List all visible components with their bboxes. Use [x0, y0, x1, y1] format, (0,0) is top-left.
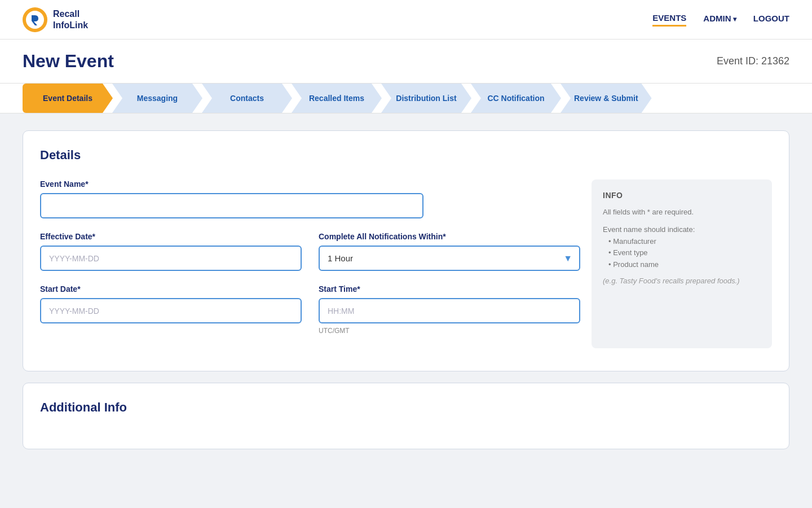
logo-text: Recall InfoLink	[53, 8, 88, 30]
info-indicate-list: Manufacturer Event type Product name	[603, 236, 761, 271]
notifications-group: Complete All Notifications Within* 1 Hou…	[319, 232, 580, 271]
page-title: New Event	[23, 51, 114, 72]
step-contacts[interactable]: Contacts	[202, 84, 292, 113]
header: Recall InfoLink EVENTS ADMIN LOGOUT	[0, 0, 812, 40]
effective-date-group: Effective Date*	[40, 232, 302, 271]
event-id: Event ID: 21362	[717, 55, 789, 67]
start-date-input[interactable]	[40, 298, 302, 323]
step-review-submit[interactable]: Review & Submit	[561, 84, 652, 113]
step-event-details[interactable]: Event Details	[23, 84, 113, 113]
start-time-label: Start Time*	[319, 284, 580, 294]
event-name-label: Event Name*	[40, 179, 580, 189]
form-main: Event Name* Effective Date* Complete All…	[40, 179, 580, 348]
page-header: New Event Event ID: 21362	[0, 40, 812, 84]
step-messaging[interactable]: Messaging	[112, 84, 202, 113]
start-row: Start Date* Start Time* UTC/GMT	[40, 284, 580, 348]
info-title: INFO	[603, 191, 761, 200]
logo[interactable]: Recall InfoLink	[23, 7, 88, 32]
form-content: Event Name* Effective Date* Complete All…	[40, 179, 772, 348]
notifications-select[interactable]: 1 Hour 2 Hours 4 Hours 8 Hours 24 Hours	[319, 246, 580, 271]
main-nav: EVENTS ADMIN LOGOUT	[652, 13, 789, 27]
info-indicate: Event name should indicate: Manufacturer…	[603, 224, 761, 271]
start-date-label: Start Date*	[40, 284, 302, 294]
details-card: Details Event Name* Effective Date*	[23, 130, 789, 371]
nav-logout[interactable]: LOGOUT	[753, 14, 789, 25]
start-date-col: Start Date*	[40, 284, 302, 337]
step-cc-notification[interactable]: CC Notification	[471, 84, 561, 113]
step-recalled-items[interactable]: Recalled Items	[292, 84, 382, 113]
effective-date-label: Effective Date*	[40, 232, 302, 241]
step-distribution-list[interactable]: Distribution List	[381, 84, 471, 113]
info-indicate-event-type: Event type	[608, 247, 761, 259]
details-title: Details	[40, 148, 772, 163]
info-required-text: All fields with * are required.	[603, 207, 761, 218]
svg-point-2	[33, 16, 37, 21]
additional-info-card: Additional Info	[23, 383, 789, 449]
date-notifications-row: Effective Date* Complete All Notificatio…	[40, 232, 580, 284]
start-time-group: Start Time* UTC/GMT	[319, 284, 580, 335]
event-name-input[interactable]	[40, 193, 423, 218]
utc-label: UTC/GMT	[319, 327, 580, 335]
main-content: Details Event Name* Effective Date*	[0, 113, 812, 466]
start-time-input[interactable]	[319, 298, 580, 323]
info-box: INFO All fields with * are required. Eve…	[592, 179, 772, 348]
effective-date-input[interactable]	[40, 246, 302, 271]
effective-date-col: Effective Date*	[40, 232, 302, 284]
notifications-label: Complete All Notifications Within*	[319, 232, 580, 241]
info-indicate-manufacturer: Manufacturer	[608, 236, 761, 248]
nav-admin[interactable]: ADMIN	[703, 14, 736, 25]
start-time-col: Start Time* UTC/GMT	[319, 284, 580, 348]
logo-icon	[23, 7, 47, 32]
nav-events[interactable]: EVENTS	[652, 13, 686, 27]
info-example: (e.g. Tasty Food's recalls prepared food…	[603, 277, 761, 285]
additional-info-title: Additional Info	[40, 400, 772, 415]
event-name-group: Event Name*	[40, 179, 580, 218]
steps-container: Event Details Messaging Contacts Recalle…	[0, 84, 812, 113]
info-indicate-product-name: Product name	[608, 259, 761, 271]
notifications-col: Complete All Notifications Within* 1 Hou…	[319, 232, 580, 284]
start-date-group: Start Date*	[40, 284, 302, 323]
notifications-select-wrapper: 1 Hour 2 Hours 4 Hours 8 Hours 24 Hours …	[319, 246, 580, 271]
